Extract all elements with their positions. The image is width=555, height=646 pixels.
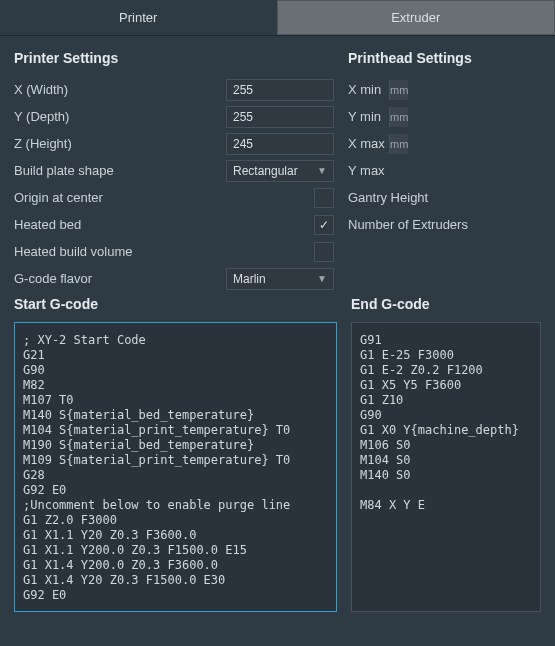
gcode-flavor-select[interactable]: Marlin ▼ [226,268,334,290]
tab-bar: Printer Extruder [0,0,555,36]
z-height-label: Z (Height) [14,136,226,151]
y-depth-label: Y (Depth) [14,109,226,124]
chevron-down-icon: ▼ [317,273,327,284]
gantry-label: Gantry Height [348,190,538,205]
tab-extruder[interactable]: Extruder [277,0,556,35]
gcode-flavor-label: G-code flavor [14,271,226,286]
chevron-down-icon: ▼ [317,165,327,176]
heated-volume-label: Heated build volume [14,244,226,259]
tab-printer[interactable]: Printer [0,0,277,35]
plate-shape-select[interactable]: Rectangular ▼ [226,160,334,182]
x-width-label: X (Width) [14,82,226,97]
heated-volume-checkbox[interactable] [314,242,334,262]
heated-bed-checkbox[interactable]: ✓ [314,215,334,235]
heated-bed-label: Heated bed [14,217,226,232]
printhead-settings-title: Printhead Settings [348,50,538,66]
gcode-flavor-value: Marlin [233,272,266,286]
plate-shape-label: Build plate shape [14,163,226,178]
end-gcode-textarea[interactable]: G91 G1 E-25 F3000 G1 E-2 Z0.2 F1200 G1 X… [351,322,541,612]
xmin-label: X min [348,82,538,97]
num-extruders-label: Number of Extruders [348,217,538,232]
printer-settings-title: Printer Settings [14,50,334,66]
origin-center-label: Origin at center [14,190,226,205]
y-depth-input[interactable]: mm [226,106,334,128]
start-gcode-textarea[interactable]: ; XY-2 Start Code G21 G90 M82 M107 T0 M1… [14,322,337,612]
z-height-input[interactable]: mm [226,133,334,155]
start-gcode-title: Start G-code [14,296,337,312]
ymax-label: Y max [348,163,538,178]
origin-center-checkbox[interactable] [314,188,334,208]
x-width-input[interactable]: mm [226,79,334,101]
plate-shape-value: Rectangular [233,164,298,178]
end-gcode-title: End G-code [351,296,541,312]
ymin-label: Y min [348,109,538,124]
xmax-label: X max [348,136,538,151]
